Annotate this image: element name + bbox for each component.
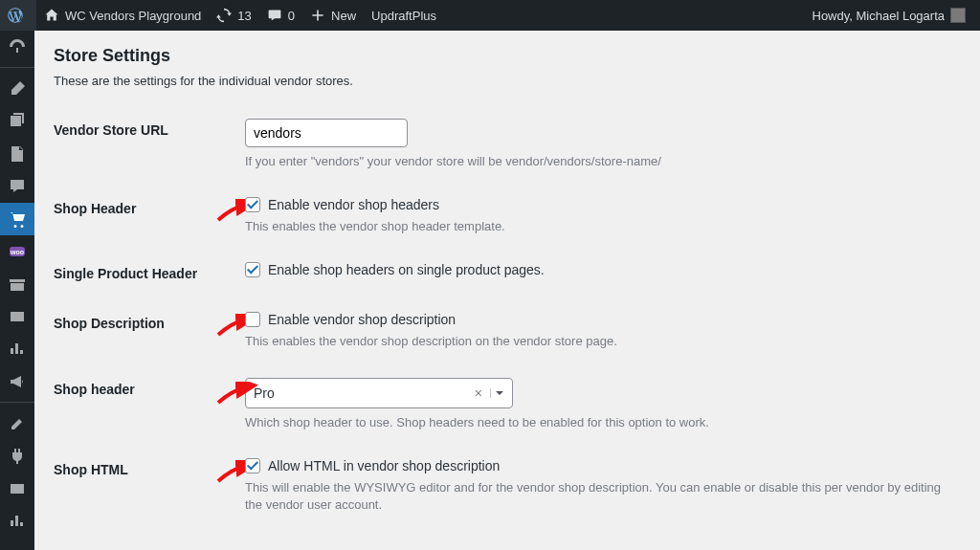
sidebar-pages[interactable] — [0, 138, 34, 170]
home-icon — [44, 8, 59, 23]
sidebar-payments[interactable] — [0, 300, 34, 333]
label-shop-html: Shop HTML — [54, 445, 245, 527]
store-url-help: If you enter "vendors" your vendor store… — [245, 153, 951, 170]
shop-html-help: This will enable the WYSIWYG editor and … — [245, 479, 951, 514]
single-product-checkbox-row[interactable]: Enable shop headers on single product pa… — [245, 262, 951, 277]
store-url-input[interactable] — [245, 119, 408, 147]
new-label: New — [331, 9, 356, 23]
shop-header-checkbox-row[interactable]: Enable vendor shop headers — [245, 197, 951, 212]
wp-logo-button[interactable] — [0, 0, 36, 31]
plus-icon — [310, 8, 325, 23]
sidebar-dashboard[interactable] — [0, 31, 34, 63]
label-shop-header-select: Shop header — [54, 364, 245, 445]
site-name-label: WC Vendors Playground — [65, 9, 201, 23]
updates-count: 13 — [237, 9, 251, 23]
admin-sidebar: woo — [0, 31, 34, 550]
comments-icon — [267, 8, 282, 23]
comments-button[interactable]: 0 — [259, 0, 302, 31]
new-content-button[interactable]: New — [302, 0, 364, 31]
single-product-checkbox[interactable] — [245, 262, 260, 277]
adminbar: WC Vendors Playground 13 0 New UpdraftPl… — [0, 0, 980, 31]
settings-form: Vendor Store URL If you enter "vendors" … — [54, 105, 961, 527]
updates-icon — [216, 8, 232, 23]
wordpress-icon — [8, 8, 23, 23]
howdy-label: Howdy, Michael Logarta — [813, 9, 946, 23]
sidebar-users[interactable] — [0, 473, 34, 505]
shop-description-checkbox-row[interactable]: Enable vendor shop description — [245, 312, 951, 327]
sidebar-tools[interactable] — [0, 505, 34, 538]
sidebar-woo-brand[interactable]: woo — [0, 235, 34, 268]
label-shop-header: Shop Header — [54, 184, 245, 249]
label-store-url: Vendor Store URL — [54, 105, 245, 184]
shop-header-select-help: Which shop header to use. Shop headers n… — [245, 414, 951, 431]
updraftplus-button[interactable]: UpdraftPlus — [364, 0, 444, 31]
page-intro: These are the settings for the individua… — [54, 74, 961, 88]
sidebar-woocommerce[interactable] — [0, 203, 34, 235]
sidebar-marketing[interactable] — [0, 365, 34, 398]
select-clear-button[interactable]: × — [471, 385, 486, 401]
shop-header-help: This enables the vendor shop header temp… — [245, 218, 951, 235]
sidebar-posts[interactable] — [0, 73, 34, 105]
svg-text:woo: woo — [10, 249, 24, 255]
updates-button[interactable]: 13 — [209, 0, 258, 31]
shop-html-checkbox-label: Allow HTML in vendor shop description — [268, 458, 500, 473]
sidebar-comments[interactable] — [0, 170, 34, 203]
shop-description-checkbox[interactable] — [245, 312, 260, 327]
content-area: Store Settings These are the settings fo… — [34, 31, 980, 550]
single-product-checkbox-label: Enable shop headers on single product pa… — [268, 262, 545, 277]
shop-html-checkbox-row[interactable]: Allow HTML in vendor shop description — [245, 458, 951, 473]
sidebar-analytics[interactable] — [0, 333, 34, 365]
updraftplus-label: UpdraftPlus — [371, 9, 436, 23]
my-account-button[interactable]: Howdy, Michael Logarta — [805, 0, 974, 31]
label-single-product-header: Single Product Header — [54, 249, 245, 298]
shop-description-help: This enables the vendor shop description… — [245, 333, 951, 350]
shop-description-checkbox-label: Enable vendor shop description — [268, 312, 456, 327]
avatar — [950, 8, 966, 23]
comments-count: 0 — [288, 9, 295, 23]
shop-header-checkbox[interactable] — [245, 197, 260, 212]
label-shop-description: Shop Description — [54, 298, 245, 363]
chevron-down-icon — [490, 388, 504, 398]
shop-header-checkbox-label: Enable vendor shop headers — [268, 197, 439, 212]
sidebar-appearance[interactable] — [0, 407, 34, 440]
shop-header-select-value: Pro — [254, 385, 275, 401]
shop-header-select[interactable]: Pro × — [245, 378, 513, 408]
shop-html-checkbox[interactable] — [245, 458, 260, 473]
page-title: Store Settings — [54, 40, 961, 74]
sidebar-media[interactable] — [0, 105, 34, 138]
sidebar-products[interactable] — [0, 268, 34, 300]
sidebar-plugins[interactable] — [0, 440, 34, 473]
site-home-button[interactable]: WC Vendors Playground — [36, 0, 209, 31]
